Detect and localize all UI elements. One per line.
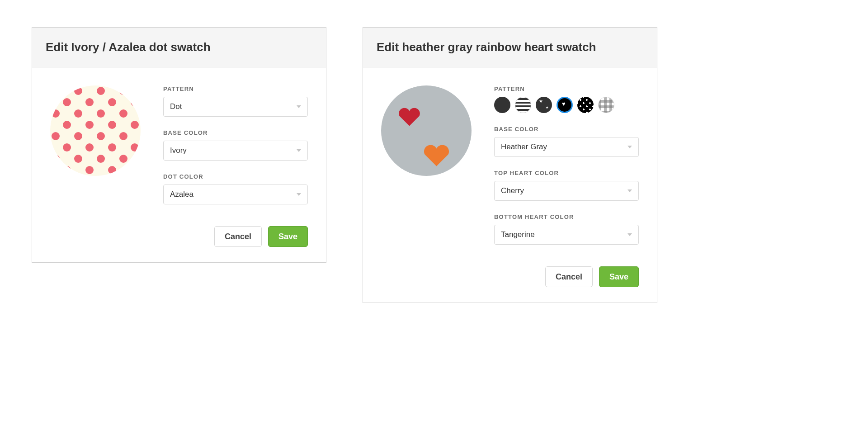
top-heart-color-select[interactable]: Cherry [494, 181, 639, 201]
chevron-down-icon [627, 189, 632, 192]
dot-color-select[interactable]: Azalea [163, 185, 308, 204]
pattern-swatch-gingham[interactable] [598, 97, 614, 113]
pattern-swatch-stars[interactable] [536, 97, 552, 113]
base-color-label: BASE COLOR [163, 129, 308, 136]
dot-color-label: DOT COLOR [163, 173, 308, 180]
dot-swatch-preview-icon [50, 85, 141, 176]
save-button[interactable]: Save [268, 226, 308, 247]
edit-swatch-panel-right: Edit heather gray rainbow heart swatch [363, 27, 657, 303]
chevron-down-icon [627, 146, 632, 148]
panel-footer: Cancel Save [32, 218, 326, 262]
bottom-heart-color-select[interactable]: Tangerine [494, 225, 639, 245]
bottom-heart-color-select-value: Tangerine [501, 230, 535, 239]
top-heart-color-field: TOP HEART COLOR Cherry [494, 170, 639, 201]
pattern-swatch-stripes[interactable] [515, 97, 531, 113]
pattern-select[interactable]: Dot [163, 97, 308, 117]
cancel-button[interactable]: Cancel [214, 226, 262, 247]
panel-title: Edit Ivory / Azalea dot swatch [46, 40, 312, 54]
pattern-swatch-picker [494, 97, 639, 113]
panel-footer: Cancel Save [363, 258, 657, 303]
svg-rect-6 [381, 85, 472, 176]
bottom-heart-color-field: BOTTOM HEART COLOR Tangerine [494, 213, 639, 245]
swatch-preview [50, 85, 145, 204]
dot-color-select-value: Azalea [170, 190, 193, 199]
panel-body: PATTERN BASE COLOR Heather Gray [363, 67, 657, 258]
base-color-select[interactable]: Ivory [163, 141, 308, 161]
save-button[interactable]: Save [599, 266, 639, 287]
base-color-label: BASE COLOR [494, 126, 639, 133]
svg-rect-4 [50, 85, 141, 176]
pattern-select-value: Dot [170, 102, 182, 111]
chevron-down-icon [297, 105, 301, 108]
top-heart-color-select-value: Cherry [501, 186, 524, 195]
pattern-field: PATTERN [494, 85, 639, 113]
pattern-label: PATTERN [494, 85, 639, 92]
base-color-field: BASE COLOR Ivory [163, 129, 308, 161]
pattern-swatch-solid[interactable] [494, 97, 510, 113]
pattern-field: PATTERN Dot [163, 85, 308, 117]
edit-swatch-panel-left: Edit Ivory / Azalea dot swatch [32, 27, 326, 263]
panel-header: Edit heather gray rainbow heart swatch [363, 28, 657, 67]
base-color-select-value: Heather Gray [501, 142, 547, 151]
pattern-swatch-hearts[interactable] [557, 97, 573, 113]
form-column: PATTERN Dot BASE COLOR Ivory DOT COLOR [163, 85, 308, 204]
base-color-select-value: Ivory [170, 146, 187, 155]
heart-swatch-preview-icon [381, 85, 472, 176]
form-column: PATTERN BASE COLOR Heather Gray [494, 85, 639, 245]
dot-color-field: DOT COLOR Azalea [163, 173, 308, 204]
cancel-button[interactable]: Cancel [545, 266, 593, 287]
panel-header: Edit Ivory / Azalea dot swatch [32, 28, 326, 67]
base-color-select[interactable]: Heather Gray [494, 137, 639, 157]
pattern-label: PATTERN [163, 85, 308, 92]
panel-title: Edit heather gray rainbow heart swatch [377, 40, 643, 54]
chevron-down-icon [297, 193, 301, 196]
top-heart-color-label: TOP HEART COLOR [494, 170, 639, 176]
panel-body: PATTERN Dot BASE COLOR Ivory DOT COLOR [32, 67, 326, 218]
chevron-down-icon [297, 149, 301, 152]
bottom-heart-color-label: BOTTOM HEART COLOR [494, 213, 639, 220]
swatch-preview [381, 85, 476, 245]
chevron-down-icon [627, 233, 632, 236]
base-color-field: BASE COLOR Heather Gray [494, 126, 639, 157]
pattern-swatch-dots[interactable] [577, 97, 594, 113]
